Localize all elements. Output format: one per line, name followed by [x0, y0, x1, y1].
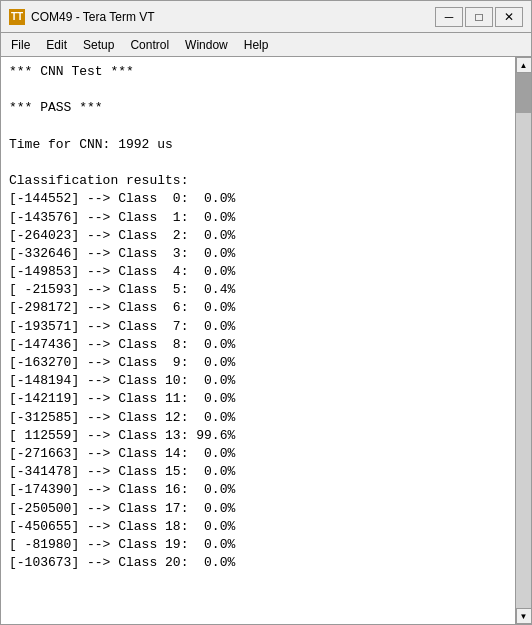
window-title: COM49 - Tera Term VT: [31, 10, 435, 24]
menu-item-help[interactable]: Help: [238, 36, 275, 54]
close-button[interactable]: ✕: [495, 7, 523, 27]
terminal-output: *** CNN Test *** *** PASS *** Time for C…: [1, 57, 515, 624]
menu-item-setup[interactable]: Setup: [77, 36, 120, 54]
maximize-button[interactable]: □: [465, 7, 493, 27]
menu-bar: FileEditSetupControlWindowHelp: [0, 32, 532, 56]
menu-item-file[interactable]: File: [5, 36, 36, 54]
menu-item-control[interactable]: Control: [124, 36, 175, 54]
minimize-button[interactable]: ─: [435, 7, 463, 27]
terminal-wrapper: *** CNN Test *** *** PASS *** Time for C…: [0, 56, 532, 625]
scrollbar-track[interactable]: [516, 73, 531, 608]
menu-item-window[interactable]: Window: [179, 36, 234, 54]
menu-item-edit[interactable]: Edit: [40, 36, 73, 54]
app-icon: TT: [9, 9, 25, 25]
window-controls: ─ □ ✕: [435, 7, 523, 27]
scroll-down-button[interactable]: ▼: [516, 608, 532, 624]
title-bar: TT COM49 - Tera Term VT ─ □ ✕: [0, 0, 532, 32]
scroll-up-button[interactable]: ▲: [516, 57, 532, 73]
scrollbar-thumb[interactable]: [516, 73, 531, 113]
scrollbar[interactable]: ▲ ▼: [515, 57, 531, 624]
